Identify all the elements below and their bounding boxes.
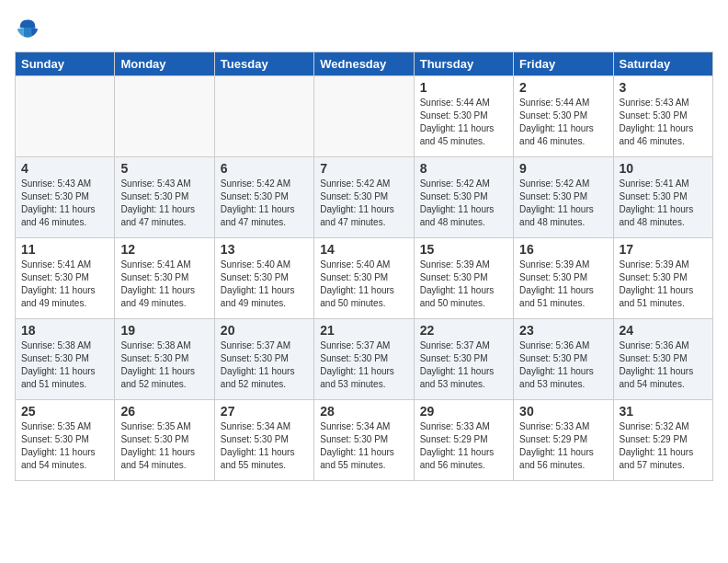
calendar-cell: 20Sunrise: 5:37 AMSunset: 5:30 PMDayligh… <box>214 319 313 400</box>
day-number: 20 <box>221 323 308 338</box>
calendar-cell: 30Sunrise: 5:33 AMSunset: 5:29 PMDayligh… <box>514 400 613 481</box>
day-number: 5 <box>120 161 208 176</box>
cell-info: Sunrise: 5:41 AMSunset: 5:30 PMDaylight:… <box>620 178 707 229</box>
day-number: 9 <box>519 161 607 176</box>
calendar-cell: 24Sunrise: 5:36 AMSunset: 5:30 PMDayligh… <box>613 319 712 400</box>
week-row-3: 11Sunrise: 5:41 AMSunset: 5:30 PMDayligh… <box>16 238 713 319</box>
cell-info: Sunrise: 5:41 AMSunset: 5:30 PMDaylight:… <box>21 259 108 310</box>
day-number: 16 <box>519 242 607 257</box>
day-number: 2 <box>519 80 607 95</box>
calendar-cell <box>16 76 115 157</box>
cell-info: Sunrise: 5:39 AMSunset: 5:30 PMDaylight:… <box>620 259 707 310</box>
cell-info: Sunrise: 5:37 AMSunset: 5:30 PMDaylight:… <box>420 339 507 391</box>
cell-info: Sunrise: 5:41 AMSunset: 5:30 PMDaylight:… <box>120 259 208 310</box>
day-header-friday: Friday <box>514 52 613 76</box>
cell-info: Sunrise: 5:38 AMSunset: 5:30 PMDaylight:… <box>21 339 108 391</box>
day-header-wednesday: Wednesday <box>314 52 414 76</box>
day-number: 11 <box>21 242 108 257</box>
calendar-cell: 13Sunrise: 5:40 AMSunset: 5:30 PMDayligh… <box>214 238 313 319</box>
day-number: 29 <box>420 404 507 419</box>
calendar-cell: 1Sunrise: 5:44 AMSunset: 5:30 PMDaylight… <box>414 76 513 157</box>
day-number: 24 <box>620 323 707 338</box>
calendar-cell: 26Sunrise: 5:35 AMSunset: 5:30 PMDayligh… <box>115 400 214 481</box>
calendar-cell: 4Sunrise: 5:43 AMSunset: 5:30 PMDaylight… <box>16 157 115 238</box>
logo-icon <box>15 15 40 40</box>
day-number: 23 <box>519 323 607 338</box>
day-number: 27 <box>221 404 308 419</box>
day-number: 4 <box>21 161 108 176</box>
day-number: 18 <box>21 323 108 338</box>
day-number: 21 <box>320 323 407 338</box>
day-number: 15 <box>420 242 507 257</box>
cell-info: Sunrise: 5:33 AMSunset: 5:29 PMDaylight:… <box>519 420 607 472</box>
cell-info: Sunrise: 5:37 AMSunset: 5:30 PMDaylight:… <box>221 339 308 391</box>
cell-info: Sunrise: 5:42 AMSunset: 5:30 PMDaylight:… <box>320 178 407 229</box>
cell-info: Sunrise: 5:44 AMSunset: 5:30 PMDaylight:… <box>519 97 607 148</box>
calendar-cell: 23Sunrise: 5:36 AMSunset: 5:30 PMDayligh… <box>514 319 613 400</box>
calendar-cell <box>115 76 214 157</box>
week-row-2: 4Sunrise: 5:43 AMSunset: 5:30 PMDaylight… <box>16 157 713 238</box>
calendar-cell: 8Sunrise: 5:42 AMSunset: 5:30 PMDaylight… <box>414 157 513 238</box>
calendar-cell: 21Sunrise: 5:37 AMSunset: 5:30 PMDayligh… <box>314 319 414 400</box>
calendar-cell: 5Sunrise: 5:43 AMSunset: 5:30 PMDaylight… <box>115 157 214 238</box>
cell-info: Sunrise: 5:37 AMSunset: 5:30 PMDaylight:… <box>320 339 407 391</box>
week-row-1: 1Sunrise: 5:44 AMSunset: 5:30 PMDaylight… <box>16 76 713 157</box>
calendar-cell: 14Sunrise: 5:40 AMSunset: 5:30 PMDayligh… <box>314 238 414 319</box>
cell-info: Sunrise: 5:40 AMSunset: 5:30 PMDaylight:… <box>320 259 407 310</box>
calendar-cell: 11Sunrise: 5:41 AMSunset: 5:30 PMDayligh… <box>16 238 115 319</box>
calendar-cell: 7Sunrise: 5:42 AMSunset: 5:30 PMDaylight… <box>314 157 414 238</box>
calendar-cell: 25Sunrise: 5:35 AMSunset: 5:30 PMDayligh… <box>16 400 115 481</box>
calendar-cell <box>314 76 414 157</box>
cell-info: Sunrise: 5:40 AMSunset: 5:30 PMDaylight:… <box>221 259 308 310</box>
logo <box>15 15 44 40</box>
calendar-cell: 12Sunrise: 5:41 AMSunset: 5:30 PMDayligh… <box>115 238 214 319</box>
day-number: 25 <box>21 404 108 419</box>
cell-info: Sunrise: 5:43 AMSunset: 5:30 PMDaylight:… <box>120 178 208 229</box>
day-header-tuesday: Tuesday <box>214 52 313 76</box>
calendar-cell: 15Sunrise: 5:39 AMSunset: 5:30 PMDayligh… <box>414 238 513 319</box>
day-number: 14 <box>320 242 407 257</box>
cell-info: Sunrise: 5:33 AMSunset: 5:29 PMDaylight:… <box>420 420 507 472</box>
cell-info: Sunrise: 5:42 AMSunset: 5:30 PMDaylight:… <box>221 178 308 229</box>
calendar-cell: 18Sunrise: 5:38 AMSunset: 5:30 PMDayligh… <box>16 319 115 400</box>
cell-info: Sunrise: 5:35 AMSunset: 5:30 PMDaylight:… <box>120 420 208 472</box>
day-number: 31 <box>620 404 707 419</box>
calendar-cell: 3Sunrise: 5:43 AMSunset: 5:30 PMDaylight… <box>613 76 712 157</box>
cell-info: Sunrise: 5:34 AMSunset: 5:30 PMDaylight:… <box>221 420 308 472</box>
cell-info: Sunrise: 5:35 AMSunset: 5:30 PMDaylight:… <box>21 420 108 472</box>
cell-info: Sunrise: 5:39 AMSunset: 5:30 PMDaylight:… <box>519 259 607 310</box>
day-number: 10 <box>620 161 707 176</box>
day-header-sunday: Sunday <box>16 52 115 76</box>
calendar-cell: 31Sunrise: 5:32 AMSunset: 5:29 PMDayligh… <box>613 400 712 481</box>
day-number: 13 <box>221 242 308 257</box>
page-header <box>15 15 713 40</box>
cell-info: Sunrise: 5:32 AMSunset: 5:29 PMDaylight:… <box>620 420 707 472</box>
cell-info: Sunrise: 5:36 AMSunset: 5:30 PMDaylight:… <box>620 339 707 391</box>
calendar-table: SundayMondayTuesdayWednesdayThursdayFrid… <box>15 52 713 481</box>
calendar-cell: 9Sunrise: 5:42 AMSunset: 5:30 PMDaylight… <box>514 157 613 238</box>
day-number: 8 <box>420 161 507 176</box>
calendar-cell: 6Sunrise: 5:42 AMSunset: 5:30 PMDaylight… <box>214 157 313 238</box>
header-row: SundayMondayTuesdayWednesdayThursdayFrid… <box>16 52 713 76</box>
day-number: 28 <box>320 404 407 419</box>
day-number: 26 <box>120 404 208 419</box>
calendar-cell: 10Sunrise: 5:41 AMSunset: 5:30 PMDayligh… <box>613 157 712 238</box>
cell-info: Sunrise: 5:42 AMSunset: 5:30 PMDaylight:… <box>519 178 607 229</box>
calendar-cell: 16Sunrise: 5:39 AMSunset: 5:30 PMDayligh… <box>514 238 613 319</box>
day-header-monday: Monday <box>115 52 214 76</box>
calendar-cell: 22Sunrise: 5:37 AMSunset: 5:30 PMDayligh… <box>414 319 513 400</box>
day-number: 6 <box>221 161 308 176</box>
cell-info: Sunrise: 5:43 AMSunset: 5:30 PMDaylight:… <box>21 178 108 229</box>
calendar-cell: 27Sunrise: 5:34 AMSunset: 5:30 PMDayligh… <box>214 400 313 481</box>
cell-info: Sunrise: 5:42 AMSunset: 5:30 PMDaylight:… <box>420 178 507 229</box>
day-number: 7 <box>320 161 407 176</box>
calendar-cell: 2Sunrise: 5:44 AMSunset: 5:30 PMDaylight… <box>514 76 613 157</box>
cell-info: Sunrise: 5:43 AMSunset: 5:30 PMDaylight:… <box>620 97 707 148</box>
day-number: 1 <box>420 80 507 95</box>
cell-info: Sunrise: 5:34 AMSunset: 5:30 PMDaylight:… <box>320 420 407 472</box>
day-number: 3 <box>620 80 707 95</box>
week-row-5: 25Sunrise: 5:35 AMSunset: 5:30 PMDayligh… <box>16 400 713 481</box>
cell-info: Sunrise: 5:44 AMSunset: 5:30 PMDaylight:… <box>420 97 507 148</box>
day-number: 19 <box>120 323 208 338</box>
cell-info: Sunrise: 5:36 AMSunset: 5:30 PMDaylight:… <box>519 339 607 391</box>
